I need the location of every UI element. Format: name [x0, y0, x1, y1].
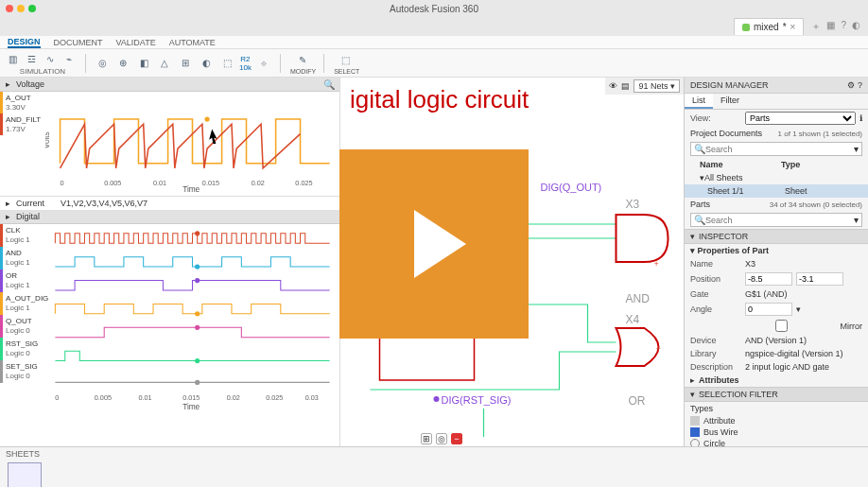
add-tab-icon[interactable]: ＋ — [811, 20, 821, 33]
svg-text:0.005: 0.005 — [104, 179, 121, 187]
voltage-plot[interactable]: Volts 00.0050.010.0150.020.025 Time — [45, 92, 339, 196]
menu-validate[interactable]: VALIDATE — [116, 38, 156, 47]
all-sheets-row[interactable]: All Sheets — [704, 173, 743, 183]
svg-text:0.03: 0.03 — [305, 393, 319, 402]
grid-icon[interactable]: ▦ — [826, 20, 835, 33]
sim-run-icon[interactable]: ☲ — [23, 50, 40, 67]
menu-design[interactable]: DESIGN — [8, 37, 41, 48]
sim-config-icon[interactable]: ▥ — [4, 50, 21, 67]
digital-plot[interactable]: 00.0050.010.0150.020.0250.03 Time — [45, 224, 339, 413]
gear-icon[interactable]: ⚙ — [847, 80, 855, 90]
tool-icon-3[interactable]: ◧ — [135, 55, 152, 72]
prop-gate: G$1 (AND) — [745, 289, 862, 299]
tool-icon-5[interactable]: ⊞ — [177, 55, 194, 72]
svg-text:+: + — [654, 259, 659, 269]
dsig-set[interactable]: SET_SIGLogic 0 — [0, 360, 45, 383]
tool-icon-4[interactable]: △ — [156, 55, 173, 72]
maximize-window-button[interactable] — [28, 5, 36, 12]
search-icon: 🔍 — [694, 215, 705, 225]
tab-list[interactable]: List — [685, 94, 713, 109]
svg-text:Time: Time — [182, 402, 200, 411]
svg-point-9 — [195, 264, 200, 269]
menu-automate[interactable]: AUTOMATE — [169, 38, 216, 47]
svg-text:0: 0 — [55, 393, 59, 402]
prop-pos-x[interactable] — [745, 272, 792, 286]
search-icon: 🔍 — [694, 144, 705, 154]
svg-text:0.015: 0.015 — [182, 393, 200, 402]
expand-icon[interactable]: ▾ — [854, 144, 859, 154]
close-window-button[interactable] — [6, 5, 13, 12]
nets-select[interactable]: 91 Nets ▾ — [634, 79, 680, 93]
canvas-title: igital logic circuit — [350, 85, 529, 114]
tab-filter[interactable]: Filter — [713, 94, 747, 109]
dsig-rst[interactable]: RST_SIGLogic 0 — [0, 338, 45, 360]
dm-search-input[interactable] — [705, 145, 854, 154]
current-head: Current — [16, 199, 44, 208]
help-icon[interactable]: ? — [858, 80, 862, 90]
tool-icon-6[interactable]: ◐ — [198, 55, 215, 72]
parts-label: Parts — [690, 200, 710, 209]
search-icon[interactable]: 🔍 — [323, 79, 337, 93]
svg-text:0.005: 0.005 — [95, 393, 112, 402]
layer-icon[interactable]: ▤ — [621, 81, 630, 91]
filter-attribute[interactable]: Attribute — [685, 415, 868, 426]
canvas-tool-stop[interactable]: − — [451, 433, 462, 444]
play-video-button[interactable] — [339, 149, 529, 339]
svg-text:0.025: 0.025 — [295, 179, 312, 187]
svg-text:0.015: 0.015 — [202, 179, 219, 187]
sheet-row[interactable]: Sheet 1/1Sheet — [685, 184, 868, 198]
dsig-aout[interactable]: A_OUT_DIGLogic 1 — [0, 292, 45, 315]
eye-icon[interactable]: 👁 — [609, 81, 617, 91]
parts-search-input[interactable] — [705, 216, 854, 225]
tool-icon-7[interactable]: ⬚ — [218, 55, 235, 72]
prop-attr[interactable]: Attributes — [699, 375, 739, 385]
view-select[interactable]: Parts — [745, 112, 856, 125]
canvas-tool-2[interactable]: ◎ — [436, 433, 447, 444]
sim-probe-icon[interactable]: ⌁ — [61, 50, 78, 67]
filter-circle[interactable]: Circle — [685, 438, 868, 446]
lbl-dig-rst: DIG(RST_SIG) — [442, 394, 512, 406]
angle-dd[interactable]: ▾ — [796, 304, 801, 314]
dsig-qout[interactable]: Q_OUTLogic 0 — [0, 315, 45, 338]
user-icon[interactable]: ◐ — [852, 20, 860, 33]
dm-title: DESIGN MANAGER — [690, 80, 769, 90]
sim-wave-icon[interactable]: ∿ — [42, 50, 59, 67]
svg-text:0.02: 0.02 — [227, 393, 240, 402]
modify-icon[interactable]: ✎ — [294, 51, 311, 68]
dsig-clk[interactable]: CLKLogic 1 — [0, 224, 45, 247]
x3-label: X3 — [626, 198, 640, 211]
digital-head: Digital — [16, 212, 40, 221]
vsig-a-out[interactable]: A_OUT 3.30V — [0, 92, 45, 113]
vsig-and-filt[interactable]: AND_FILT 1.73V — [0, 113, 45, 135]
document-tab[interactable]: mixed* × — [734, 18, 804, 35]
dsig-or[interactable]: ORLogic 1 — [0, 270, 45, 292]
current-sigs: V1,V2,V3,V4,V5,V6,V7 — [61, 199, 148, 208]
canvas-tool-1[interactable]: ⊞ — [421, 433, 432, 444]
info-icon[interactable]: ℹ — [859, 113, 862, 123]
main-toolbar: ▥ ☲ ∿ ⌁ SIMULATION ◎ ⊕ ◧ △ ⊞ ◐ ⬚ R2 10k … — [0, 49, 868, 78]
props-head: Properties of Part — [698, 246, 770, 255]
sheets-label: SHEETS — [0, 447, 868, 461]
svg-point-10 — [195, 278, 200, 283]
prop-angle[interactable] — [745, 303, 792, 316]
sheet-thumb-1[interactable] — [8, 462, 42, 487]
svg-point-12 — [195, 325, 200, 330]
tool-icon-1[interactable]: ◎ — [94, 55, 111, 72]
svg-text:0: 0 — [61, 179, 64, 187]
lbl-dig-qout: DIG(Q_OUT) — [541, 182, 602, 193]
select-icon[interactable]: ⬚ — [338, 51, 355, 68]
filter-bus-wire[interactable]: Bus Wire — [685, 426, 868, 438]
tool-icon-8[interactable]: ⟐ — [255, 55, 272, 72]
menu-document[interactable]: DOCUMENT — [54, 38, 103, 47]
mirror-checkbox[interactable] — [726, 320, 836, 332]
prop-pos-y[interactable] — [796, 272, 843, 286]
x4-label: X4 — [626, 313, 640, 326]
tool-icon-2[interactable]: ⊕ — [114, 55, 131, 72]
svg-text:0.02: 0.02 — [252, 179, 265, 187]
close-tab-icon[interactable]: × — [790, 22, 796, 32]
expand-icon[interactable]: ▾ — [854, 215, 859, 225]
minimize-window-button[interactable] — [17, 5, 25, 12]
sel-filter-head: SELECTION FILTER — [699, 390, 778, 399]
dsig-and[interactable]: ANDLogic 1 — [0, 247, 45, 270]
help-icon[interactable]: ? — [841, 20, 846, 33]
